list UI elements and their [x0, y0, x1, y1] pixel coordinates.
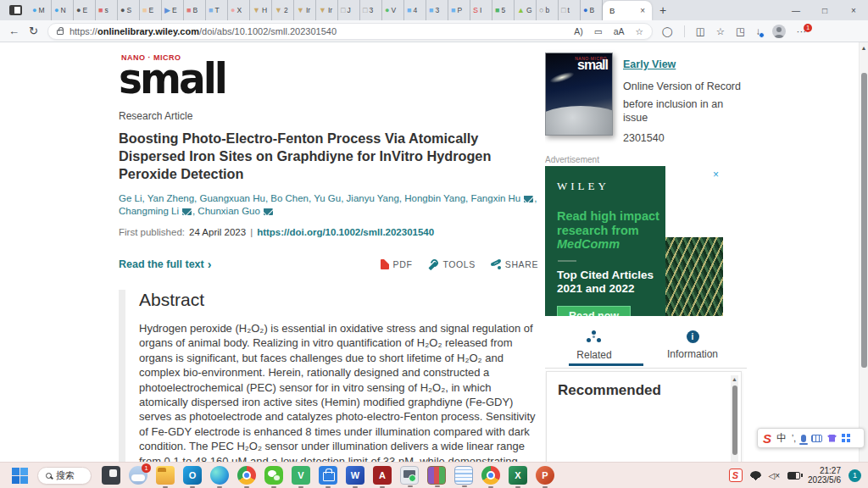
read-aloud-icon[interactable]: A)	[574, 26, 583, 36]
browser-tab[interactable]: ■ s	[96, 0, 118, 20]
browser-tab[interactable]: ● E	[74, 0, 96, 20]
browser-tab[interactable]: ■ B	[184, 0, 206, 20]
author-link[interactable]: Chunxian Guo	[198, 206, 260, 216]
early-view-link[interactable]: Early View	[623, 58, 676, 70]
scrollbar-thumb[interactable]	[732, 385, 737, 455]
pdf-button[interactable]: PDF	[381, 259, 413, 269]
scroll-up-icon[interactable]: ▲	[731, 375, 738, 384]
advertisement-banner[interactable]: WILEY Read high impact research from Med…	[545, 166, 723, 316]
taskbar-app-icon[interactable]	[427, 466, 446, 485]
journal-logo[interactable]: small	[119, 61, 225, 97]
profile-avatar[interactable]	[772, 25, 786, 38]
author-link[interactable]: Ge Li	[119, 193, 142, 203]
browser-tab[interactable]: ■ P	[448, 0, 470, 20]
browser-tab[interactable]: S I	[470, 0, 492, 20]
taskbar-search[interactable]: 搜索	[37, 467, 92, 485]
downloads-icon[interactable]: ↓	[756, 26, 761, 36]
taskbar-app-icon[interactable]	[237, 466, 256, 485]
email-envelope-icon[interactable]	[524, 196, 533, 202]
author-link[interactable]: Yu Gu	[314, 193, 341, 203]
browser-tab[interactable]: ■ 3	[426, 0, 448, 20]
author-link[interactable]: Hongbin Yang	[404, 193, 465, 203]
taskbar-app-icon[interactable]	[319, 466, 337, 485]
new-tab-button[interactable]: +	[652, 0, 674, 20]
tab-related[interactable]: Related	[545, 330, 643, 361]
browser-tab[interactable]: ▶ E	[162, 0, 184, 20]
page-scrollbar[interactable]: ▲	[859, 42, 868, 462]
browser-tab[interactable]: ▼ H	[250, 0, 272, 20]
browser-tab[interactable]: ● M	[30, 0, 52, 20]
window-minimize-button[interactable]: —	[782, 0, 810, 20]
browser-tab[interactable]: ● N	[52, 0, 74, 20]
taskbar-clock[interactable]: 21:27 2023/5/6	[808, 466, 841, 485]
taskbar-app-icon[interactable]: W	[346, 466, 364, 485]
browser-tab[interactable]: □ J	[338, 0, 360, 20]
tools-button[interactable]: TOOLS	[427, 259, 475, 270]
browser-tab[interactable]: ▼ 2	[272, 0, 294, 20]
browser-tab[interactable]: ▼ Ir	[294, 0, 316, 20]
taskbar-app-icon[interactable]: O	[183, 466, 202, 485]
panel-scrollbar[interactable]: ▲	[731, 375, 738, 462]
start-button[interactable]	[12, 468, 28, 484]
translate-icon[interactable]: aA	[614, 26, 625, 36]
email-envelope-icon[interactable]	[264, 208, 273, 215]
back-icon[interactable]: ←	[8, 25, 19, 36]
browser-tab-active[interactable]: B ×	[603, 1, 652, 20]
scrollbar-thumb[interactable]	[861, 73, 867, 368]
taskbar-app-icon[interactable]: P	[536, 466, 554, 485]
browser-tab[interactable]: ■ 5	[492, 0, 515, 20]
collections-icon[interactable]: ☆	[716, 25, 725, 37]
browser-tab[interactable]: ● B	[581, 0, 603, 20]
lock-icon[interactable]	[57, 30, 64, 35]
taskbar-app-icon[interactable]	[400, 466, 419, 485]
sogou-input-icon[interactable]: S	[729, 469, 743, 482]
browser-tab[interactable]: ■ T	[206, 0, 228, 20]
browser-tab[interactable]: □ 3	[360, 0, 382, 20]
author-link[interactable]: Fangxin Hu	[470, 193, 520, 203]
taskbar-app-icon[interactable]	[454, 466, 473, 485]
window-maximize-button[interactable]: □	[810, 0, 839, 20]
scroll-up-icon[interactable]: ▲	[860, 42, 868, 53]
taskbar-app-icon[interactable]	[102, 466, 120, 485]
more-menu-icon[interactable]: ···1	[797, 26, 807, 36]
punctuation-toggle[interactable]: ’,	[792, 434, 796, 443]
browser-tab[interactable]: ● V	[382, 0, 404, 20]
tab-menu-icon[interactable]	[9, 5, 22, 15]
taskbar-app-icon[interactable]	[264, 466, 283, 485]
browser-tab[interactable]: ▲ G	[515, 0, 537, 20]
volume-muted-icon[interactable]: ◁×	[769, 471, 781, 480]
keyboard-icon[interactable]	[811, 435, 822, 442]
browser-tab[interactable]: ▼ Ir	[316, 0, 338, 20]
favorites-star-icon[interactable]: ☆	[635, 26, 643, 36]
journal-cover-image[interactable]: NANO·MICRO small	[545, 53, 613, 136]
taskbar-app-icon[interactable]	[481, 466, 500, 485]
taskbar-app-icon[interactable]: X	[509, 466, 527, 485]
copilot-icon[interactable]: ◳	[736, 25, 745, 37]
address-bar[interactable]: https://onlinelibrary.wiley.com/doi/abs/…	[47, 23, 653, 40]
extensions-icon[interactable]: ◯	[662, 25, 673, 37]
battery-icon[interactable]	[787, 472, 800, 480]
doi-link[interactable]: https://doi.org/10.1002/smll.202301540	[257, 227, 434, 237]
browser-tab[interactable]: ● X	[228, 0, 250, 20]
share-button[interactable]: SHARE	[491, 259, 538, 269]
wifi-icon[interactable]	[750, 471, 761, 480]
taskbar-app-icon[interactable]: A	[373, 466, 392, 485]
tab-information[interactable]: i Information	[643, 330, 742, 361]
sogou-logo[interactable]: S	[763, 431, 771, 446]
notification-count-badge[interactable]: 1	[849, 469, 861, 482]
author-link[interactable]: Jianyu Yang	[347, 193, 399, 203]
author-link[interactable]: Changming Li	[119, 206, 179, 216]
taskbar-app-icon[interactable]: 1	[129, 466, 147, 485]
ad-close-icon[interactable]: ×	[713, 169, 719, 180]
microphone-icon[interactable]	[801, 435, 806, 442]
read-full-text-link[interactable]: Read the full text	[119, 258, 204, 270]
browser-tab[interactable]: ○ b	[537, 0, 559, 20]
author-link[interactable]: Yan Zheng	[147, 193, 194, 203]
email-envelope-icon[interactable]	[182, 208, 192, 215]
skin-icon[interactable]	[827, 435, 837, 442]
refresh-icon[interactable]: ↻	[29, 25, 38, 36]
taskbar-app-icon[interactable]: V	[292, 466, 310, 485]
split-screen-icon[interactable]: ◫	[696, 25, 705, 37]
taskbar-app-icon[interactable]	[210, 466, 229, 485]
taskbar-app-icon[interactable]	[156, 466, 175, 485]
